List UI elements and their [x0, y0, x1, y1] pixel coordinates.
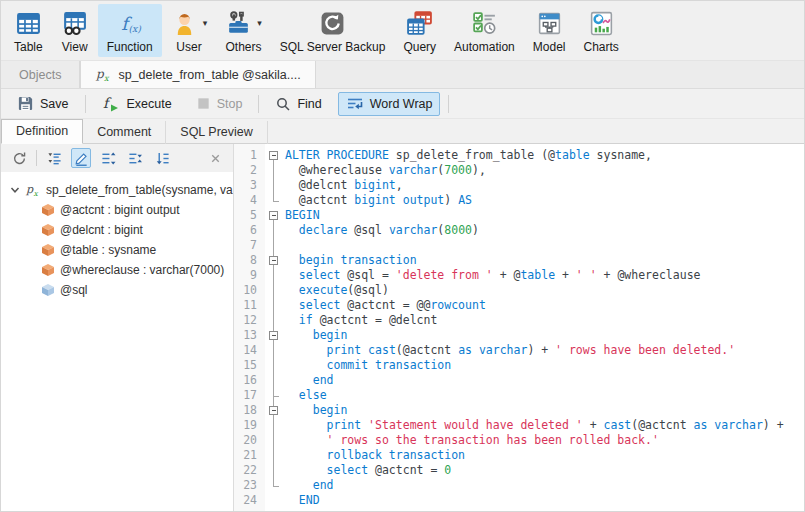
fold-guide: [265, 448, 282, 463]
line-number: 5: [234, 208, 265, 223]
toolbar-model-label: Model: [533, 40, 566, 54]
fold-collapse-marker[interactable]: [265, 403, 282, 418]
code-line[interactable]: 11 select @actcnt = @@rowcount: [234, 298, 804, 313]
tree-root-label: sp_delete_from_table(sysname, va: [46, 183, 233, 197]
sort-icon[interactable]: [152, 148, 172, 168]
toolbar-user-button[interactable]: ▾ User: [162, 4, 217, 57]
tab-sql-preview[interactable]: SQL Preview: [166, 121, 267, 144]
tree-item-parameter[interactable]: @actcnt : bigint output: [1, 200, 233, 220]
expand-rows-icon[interactable]: [98, 148, 118, 168]
toolbar-others-label: Others: [226, 40, 262, 54]
sidebar-toolbar: [1, 144, 233, 172]
code-line[interactable]: 15 commit transaction: [234, 358, 804, 373]
code-line[interactable]: 10 execute(@sql): [234, 283, 804, 298]
fold-guide: [265, 493, 282, 508]
toolbar-query-button[interactable]: Query: [394, 4, 445, 57]
fold-guide: [265, 223, 282, 238]
tree-item-parameter[interactable]: @sql: [1, 280, 233, 300]
line-number: 14: [234, 343, 265, 358]
tree-root-item[interactable]: px sp_delete_from_table(sysname, va: [1, 180, 233, 200]
tree-item-parameter[interactable]: @whereclause : varchar(7000): [1, 260, 233, 280]
others-dropdown-caret[interactable]: ▾: [257, 19, 262, 28]
toolbar-model-button[interactable]: Model: [524, 4, 575, 57]
code-line[interactable]: 24 END: [234, 493, 804, 508]
outline-toggle-icon[interactable]: [44, 148, 64, 168]
tab-objects[interactable]: Objects: [1, 61, 80, 88]
execute-label: Execute: [127, 97, 172, 111]
edit-pencil-icon[interactable]: [71, 148, 91, 168]
line-number: 18: [234, 403, 265, 418]
code-line[interactable]: 14 print cast(@actcnt as varchar) + ' ro…: [234, 343, 804, 358]
line-number: 22: [234, 463, 265, 478]
tree-item-label: @sql: [60, 283, 88, 297]
toolbar-automation-button[interactable]: Automation: [445, 4, 524, 57]
code-line[interactable]: 4 @actcnt bigint output) AS: [234, 193, 804, 208]
toolbar-view-button[interactable]: View: [52, 4, 98, 57]
code-line[interactable]: 8 begin transaction: [234, 253, 804, 268]
fold-collapse-marker[interactable]: [265, 208, 282, 223]
param-cube-orange: [41, 243, 55, 257]
tab-sql-preview-label: SQL Preview: [180, 125, 252, 139]
code-line[interactable]: 23 end: [234, 478, 804, 493]
fold-collapse-marker[interactable]: [265, 148, 282, 163]
fold-guide: [265, 313, 282, 328]
user-icon: [171, 10, 198, 37]
code-line[interactable]: 13 begin: [234, 328, 804, 343]
document-tab-bar: Objects px sp_delete_from_table @sakila.…: [1, 61, 804, 89]
svg-text:x: x: [33, 189, 38, 197]
line-number: 20: [234, 433, 265, 448]
code-line[interactable]: 20 ' rows so the transaction has been ro…: [234, 433, 804, 448]
stop-button: Stop: [188, 92, 251, 115]
refresh-icon[interactable]: [9, 148, 29, 168]
tab-comment[interactable]: Comment: [83, 121, 166, 144]
sql-code-editor[interactable]: 1ALTER PROCEDURE sp_delete_from_table (@…: [234, 144, 804, 512]
line-number: 7: [234, 238, 265, 253]
code-text: print 'Statement would have deleted ' + …: [282, 418, 784, 433]
code-line[interactable]: 2 @whereclause varchar(7000),: [234, 163, 804, 178]
fold-collapse-marker[interactable]: [265, 253, 282, 268]
code-line[interactable]: 21 rollback transaction: [234, 448, 804, 463]
word-wrap-button[interactable]: Word Wrap: [338, 92, 441, 116]
code-line[interactable]: 5BEGIN: [234, 208, 804, 223]
tree-item-label: @table : sysname: [60, 243, 156, 257]
code-line[interactable]: 22 select @actcnt = 0: [234, 463, 804, 478]
code-text: @delcnt bigint,: [282, 178, 403, 193]
code-line[interactable]: 18 begin: [234, 403, 804, 418]
tab-definition-label: Definition: [16, 124, 68, 138]
tree-item-parameter[interactable]: @delcnt : bigint: [1, 220, 233, 240]
fold-collapse-marker[interactable]: [265, 328, 282, 343]
editor-tab-bar: Definition Comment SQL Preview: [1, 119, 804, 144]
close-sidebar-icon[interactable]: [205, 148, 225, 168]
execute-button[interactable]: f Execute: [94, 91, 180, 116]
content-area: px sp_delete_from_table(sysname, va @act…: [1, 144, 804, 512]
tab-definition[interactable]: Definition: [1, 119, 83, 144]
user-dropdown-caret[interactable]: ▾: [203, 19, 208, 28]
view-icon: [61, 10, 88, 37]
toolbar-table-button[interactable]: Table: [5, 4, 52, 57]
code-line[interactable]: 3 @delcnt bigint,: [234, 178, 804, 193]
fold-guide: [265, 193, 282, 208]
tab-sp-delete-from-table[interactable]: px sp_delete_from_table @sakila....: [80, 61, 315, 88]
toolbar-function-button[interactable]: f(x) Function: [98, 4, 162, 57]
code-line[interactable]: 9 select @sql = 'delete from ' + @table …: [234, 268, 804, 283]
code-line[interactable]: 6 declare @sql varchar(8000): [234, 223, 804, 238]
automation-icon: [471, 10, 498, 37]
code-line[interactable]: 12 if @actcnt = @delcnt: [234, 313, 804, 328]
code-line[interactable]: 1ALTER PROCEDURE sp_delete_from_table (@…: [234, 148, 804, 163]
save-button[interactable]: Save: [9, 91, 77, 116]
tree-item-label: @delcnt : bigint: [60, 223, 143, 237]
fold-guide: [265, 433, 282, 448]
chevron-down-icon[interactable]: [10, 185, 20, 195]
code-text: execute(@sql): [282, 283, 389, 298]
collapse-rows-icon[interactable]: [125, 148, 145, 168]
code-line[interactable]: 19 print 'Statement would have deleted '…: [234, 418, 804, 433]
toolbar-charts-button[interactable]: Charts: [574, 4, 627, 57]
code-line[interactable]: 16 end: [234, 373, 804, 388]
toolbar-backup-button[interactable]: SQL Server Backup: [271, 4, 395, 57]
find-button[interactable]: Find: [267, 92, 329, 116]
code-line[interactable]: 7: [234, 238, 804, 253]
code-line[interactable]: 17 else: [234, 388, 804, 403]
code-text: @whereclause varchar(7000),: [282, 163, 486, 178]
toolbar-others-button[interactable]: ▾ Others: [216, 4, 271, 57]
tree-item-parameter[interactable]: @table : sysname: [1, 240, 233, 260]
